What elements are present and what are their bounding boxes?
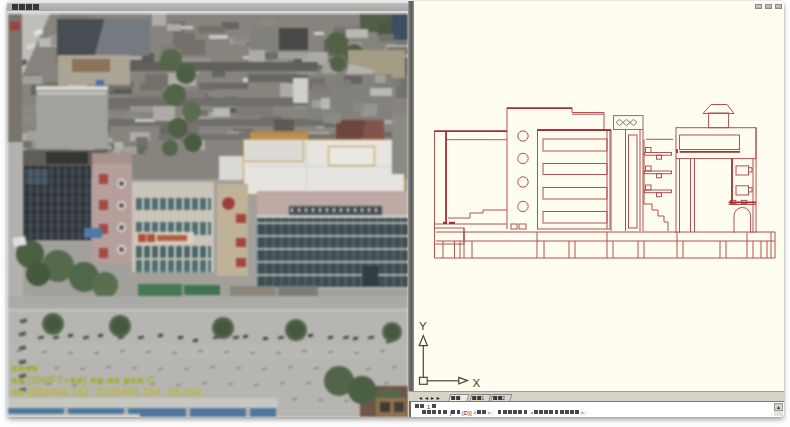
svg-text:X: X <box>473 377 481 389</box>
svg-text:Y: Y <box>419 320 427 332</box>
